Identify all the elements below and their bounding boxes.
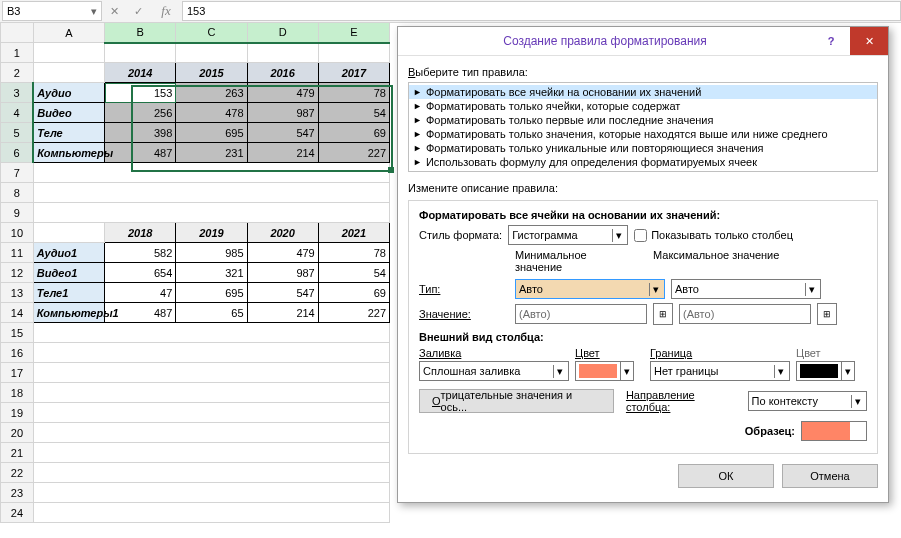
row-header-12[interactable]: 12	[1, 263, 34, 283]
row-header-23[interactable]: 23	[1, 483, 34, 503]
cell[interactable]	[33, 423, 389, 443]
cell[interactable]: 263	[176, 83, 247, 103]
rule-type-item[interactable]: ►Форматировать только первые или последн…	[409, 113, 877, 127]
cell[interactable]: 654	[105, 263, 176, 283]
cell[interactable]: Видео1	[33, 263, 104, 283]
cell[interactable]	[33, 443, 389, 463]
show-bar-only-checkbox[interactable]: Показывать только столбец	[634, 229, 793, 242]
cell-active[interactable]: 153	[105, 83, 176, 103]
style-select[interactable]: Гистограмма ▾	[508, 225, 628, 245]
row-header-8[interactable]: 8	[1, 183, 34, 203]
show-bar-only-input[interactable]	[634, 229, 647, 242]
row-header-2[interactable]: 2	[1, 63, 34, 83]
cell[interactable]: Теле1	[33, 283, 104, 303]
row-header-22[interactable]: 22	[1, 463, 34, 483]
cell[interactable]: 227	[318, 143, 389, 163]
cell[interactable]: 2014	[105, 63, 176, 83]
cell[interactable]	[33, 343, 389, 363]
cell[interactable]: 69	[318, 123, 389, 143]
row-header-14[interactable]: 14	[1, 303, 34, 323]
col-header-B[interactable]: B	[105, 23, 176, 43]
cell[interactable]: 398	[105, 123, 176, 143]
row-header-9[interactable]: 9	[1, 203, 34, 223]
cell[interactable]	[33, 383, 389, 403]
cell[interactable]	[33, 503, 389, 523]
cell[interactable]: 65	[176, 303, 247, 323]
cell[interactable]: 547	[247, 123, 318, 143]
rule-type-item[interactable]: ►Форматировать только значения, которые …	[409, 127, 877, 141]
cell[interactable]: 227	[318, 303, 389, 323]
name-box-dropdown-icon[interactable]: ▾	[91, 5, 97, 18]
row-header-3[interactable]: 3	[1, 83, 34, 103]
cell[interactable]: 582	[105, 243, 176, 263]
cell[interactable]	[105, 43, 176, 63]
col-header-C[interactable]: C	[176, 23, 247, 43]
fill-color-picker[interactable]: ▾	[575, 361, 634, 381]
min-ref-button[interactable]: ⊞	[653, 303, 673, 325]
row-header-21[interactable]: 21	[1, 443, 34, 463]
rule-type-item[interactable]: ►Форматировать все ячейки на основании и…	[409, 85, 877, 99]
max-ref-button[interactable]: ⊞	[817, 303, 837, 325]
cell[interactable]: 478	[176, 103, 247, 123]
rule-type-list[interactable]: ►Форматировать все ячейки на основании и…	[408, 82, 878, 172]
ok-button[interactable]: ОК	[678, 464, 774, 488]
cell[interactable]: 214	[247, 143, 318, 163]
cell[interactable]: 2016	[247, 63, 318, 83]
cell[interactable]: Аудио	[33, 83, 104, 103]
cell[interactable]: 695	[176, 283, 247, 303]
col-header-D[interactable]: D	[247, 23, 318, 43]
cell[interactable]: 695	[176, 123, 247, 143]
row-header-24[interactable]: 24	[1, 503, 34, 523]
fill-select[interactable]: Сплошная заливка▾	[419, 361, 569, 381]
cell[interactable]: Компьютеры	[33, 143, 104, 163]
cell[interactable]: 47	[105, 283, 176, 303]
cell[interactable]: 69	[318, 283, 389, 303]
row-header-17[interactable]: 17	[1, 363, 34, 383]
row-header-1[interactable]: 1	[1, 43, 34, 63]
max-type-select[interactable]: Авто▾	[671, 279, 821, 299]
border-color-picker[interactable]: ▾	[796, 361, 855, 381]
cell[interactable]: 487	[105, 143, 176, 163]
row-header-15[interactable]: 15	[1, 323, 34, 343]
cell[interactable]: 2018	[105, 223, 176, 243]
cell[interactable]: 987	[247, 103, 318, 123]
row-header-19[interactable]: 19	[1, 403, 34, 423]
cell[interactable]	[318, 43, 389, 63]
cell[interactable]: 985	[176, 243, 247, 263]
dialog-titlebar[interactable]: Создание правила форматирования ? ✕	[398, 27, 888, 56]
cell[interactable]	[33, 323, 389, 343]
cell[interactable]: 2017	[318, 63, 389, 83]
rule-type-item[interactable]: ►Использовать формулу для определения фо…	[409, 155, 877, 169]
min-type-select[interactable]: Авто▾	[515, 279, 665, 299]
row-header-11[interactable]: 11	[1, 243, 34, 263]
help-button[interactable]: ?	[812, 27, 850, 55]
cell[interactable]: 987	[247, 263, 318, 283]
cell[interactable]: 479	[247, 83, 318, 103]
cancel-button[interactable]: Отмена	[782, 464, 878, 488]
formula-input[interactable]: 153	[182, 1, 901, 21]
direction-select[interactable]: По контексту▾	[748, 391, 867, 411]
negative-values-button[interactable]: Отрицательные значения и ось...	[419, 389, 614, 413]
cell[interactable]	[33, 363, 389, 383]
cell[interactable]: 2020	[247, 223, 318, 243]
cell[interactable]: 547	[247, 283, 318, 303]
col-header-A[interactable]: A	[33, 23, 104, 43]
cell[interactable]: 78	[318, 243, 389, 263]
cell[interactable]: Аудио1	[33, 243, 104, 263]
cell[interactable]	[33, 483, 389, 503]
cell[interactable]: 321	[176, 263, 247, 283]
cancel-icon[interactable]: ✕	[102, 5, 126, 18]
cell[interactable]: 2021	[318, 223, 389, 243]
cell[interactable]	[33, 163, 389, 183]
cell[interactable]: Теле	[33, 123, 104, 143]
row-header-5[interactable]: 5	[1, 123, 34, 143]
cell[interactable]	[33, 183, 389, 203]
cell[interactable]	[33, 43, 104, 63]
cell[interactable]: Видео	[33, 103, 104, 123]
row-header-13[interactable]: 13	[1, 283, 34, 303]
cell[interactable]	[176, 43, 247, 63]
row-header-16[interactable]: 16	[1, 343, 34, 363]
row-header-4[interactable]: 4	[1, 103, 34, 123]
cell[interactable]	[33, 463, 389, 483]
cell[interactable]: 231	[176, 143, 247, 163]
